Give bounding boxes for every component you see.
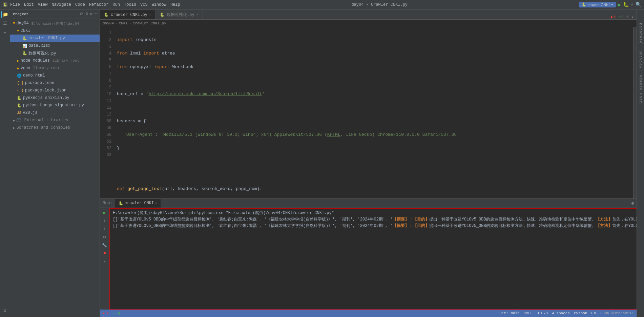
tree-scratches[interactable]: ▶ Scratches and Consoles [10, 124, 100, 131]
folder-closed-icon-3: ▶ [13, 118, 15, 123]
menu-tools[interactable]: Tools [124, 2, 136, 7]
tree-external-libs[interactable]: ▶ External Libraries [10, 117, 100, 124]
close-panel-icon[interactable]: — [95, 12, 97, 17]
excel-file-icon: 📊 [22, 44, 27, 48]
breadcrumb-day04[interactable]: day04 [103, 21, 114, 25]
folder-closed-icon: ▶ [17, 59, 19, 63]
tree-data-xlsx[interactable]: 📊 data.xlsx [10, 42, 100, 49]
search-everywhere-button[interactable]: 🔍 [636, 2, 641, 7]
sidebar-favorites-icon[interactable]: ★ [1, 28, 9, 36]
tree-cnki-folder[interactable]: ▼ CNKI [10, 27, 100, 35]
status-sdncsdn: CSDN @Stara0511 [600, 311, 634, 315]
menu-navigate[interactable]: Navigate [51, 2, 71, 7]
menu-run[interactable]: Run [112, 2, 120, 7]
tree-pyexecjs[interactable]: 🐍 pyexecjs shixian.py [10, 94, 100, 102]
coverage-button[interactable]: ⚡ [631, 2, 633, 7]
tree-node-modules[interactable]: ▶ node_modules library root [10, 57, 100, 64]
tab-crawler-cnki-label: crawler CNKI.py [111, 13, 147, 17]
run-play-icon[interactable]: ▶ [101, 209, 108, 216]
tab-close-1[interactable]: ✕ [149, 13, 151, 17]
chevron-down-icon-2[interactable]: ∨ [631, 14, 634, 19]
window-controls[interactable]: 🐍 [3, 2, 7, 7]
run-tab[interactable]: 🐍 crawler CNKI ✕ [115, 199, 161, 208]
run-wrench-icon[interactable]: 🔧 [101, 242, 108, 249]
tree-package-json[interactable]: { } package.json [10, 79, 100, 87]
status-indent[interactable]: 4 spaces [552, 311, 570, 315]
status-warning[interactable]: ▲ 6 [103, 311, 109, 315]
run-scroll-up-icon[interactable]: ↑ [101, 226, 108, 232]
menu-file[interactable]: File [10, 2, 20, 7]
status-ok[interactable]: ✓ 9 [113, 311, 120, 316]
run-label: Run: [103, 201, 112, 206]
run-tab-close[interactable]: ✕ [155, 201, 157, 205]
status-git[interactable]: Git: main [499, 311, 519, 315]
code-content[interactable]: import requests from lxml import etree f… [114, 27, 633, 198]
breadcrumb-file[interactable]: crawler CNKI.py [133, 21, 166, 25]
chevron-up-icon[interactable]: ∧ [626, 14, 629, 19]
tree-package-lock[interactable]: { } package-lock.json [10, 87, 100, 94]
project-panel: Project ⟳ ≡ ⚙ — ▼ day04 E:\crawler(爬虫)\d… [10, 9, 100, 317]
file-tree: ▼ day04 E:\crawler(爬虫)\day04 ▼ CNKI 🐍 cr… [10, 19, 100, 317]
editor-tabs: 🐍 crawler CNKI.py ✕ 🐍 数据可视化.py ✕ ▲6 ✓9 ∧… [100, 9, 637, 20]
run-settings[interactable]: ⚙ [631, 201, 634, 206]
svg-rect-0 [17, 119, 21, 122]
console-line-1: E:\crawler(爬虫)\day04\venv\Scripts\python… [113, 210, 637, 216]
run-button[interactable]: ▶ [618, 1, 621, 8]
collapse-icon[interactable]: ≡ [85, 12, 88, 17]
run-stop-icon[interactable]: ■ [101, 250, 108, 257]
right-tool-remote-host[interactable]: Remote Host [639, 75, 643, 104]
tree-demo-html[interactable]: 🌐 demo.html [10, 72, 100, 79]
run-close-icon[interactable]: ✕ [101, 258, 108, 265]
tree-shuju-label: 数据可视化.py [28, 50, 56, 56]
menu-refactor[interactable]: Refactor [89, 2, 109, 7]
menu-edit[interactable]: Edit [24, 2, 34, 7]
error-badge: ▲6 [610, 15, 616, 19]
code-line-10 [117, 158, 630, 165]
sidebar-project-icon[interactable]: 📁 [1, 11, 9, 18]
run-config-button[interactable]: 🐍 crawler CNKI ▾ [579, 2, 616, 7]
tab-shuju[interactable]: 🐍 数据可视化.py ✕ [156, 10, 203, 19]
tree-v20js[interactable]: JS v20.js [10, 109, 100, 117]
left-sidebar-icons: 📁 ☰ ★ ⚙ [0, 9, 10, 317]
tree-python-huoqu[interactable]: 🐍 python huoqu signature.py [10, 102, 100, 109]
right-tool-sciview[interactable]: SciView [639, 50, 643, 68]
code-line-3: from openpyxl import Workbook [117, 64, 630, 70]
tree-shuju[interactable]: 🐍 数据可视化.py [10, 49, 100, 57]
window-title: day04 - Crawler CNKI.py [183, 2, 576, 7]
tree-package-lock-label: package-lock.json [25, 88, 66, 93]
run-filter-icon[interactable]: ⊟ [101, 234, 108, 240]
code-line-5: base_url = 'http://search.cnki.com.cn/Se… [117, 91, 630, 98]
status-python[interactable]: Python 3.9 [574, 311, 596, 315]
menu-code[interactable]: Code [75, 2, 85, 7]
menu-vcs[interactable]: VCS [140, 2, 148, 7]
warning-badge: ✓9 [618, 15, 623, 19]
settings-icon-run[interactable]: ⚙ [631, 201, 634, 206]
menu-bar[interactable]: File Edit View Navigate Code Refactor Ru… [10, 2, 180, 7]
breadcrumb-cnki[interactable]: CNKI [119, 21, 128, 25]
tab-close-2[interactable]: ✕ [196, 13, 199, 17]
tree-venv[interactable]: ▶ venv library root [10, 64, 100, 72]
code-editor[interactable]: 1 2 3 4 5 6 7 8 9 10 11 12 13 58 [100, 27, 633, 198]
tab-shuju-label: 数据可视化.py [167, 12, 194, 18]
run-scroll-down-icon[interactable]: ↓ [101, 217, 108, 224]
sync-icon[interactable]: ⟳ [80, 12, 83, 17]
dropdown-icon: ▾ [611, 2, 613, 7]
debug-button[interactable]: 🐛 [623, 2, 629, 7]
menu-window[interactable]: Window [152, 2, 166, 7]
sidebar-bottom-icon[interactable]: ⚙ [1, 307, 9, 314]
sidebar-structure-icon[interactable]: ☰ [1, 20, 9, 27]
editor-scrollbar[interactable] [633, 27, 637, 198]
menu-view[interactable]: View [38, 2, 48, 7]
right-tool-database[interactable]: Database [639, 23, 643, 44]
tree-root-day04[interactable]: ▼ day04 E:\crawler(爬虫)\day04 [10, 20, 100, 27]
console-line-2: [['基于改进YOLOv5_OBB的中华绒螯蟹旋转目标检测', '袁红春;白宝来… [113, 216, 637, 223]
status-line-ending[interactable]: CRLF [524, 311, 533, 315]
console-output[interactable]: E:\crawler(爬虫)\day04\venv\Scripts\python… [109, 208, 637, 310]
status-encoding[interactable]: UTF-8 [537, 311, 548, 315]
tree-crawler-cnki[interactable]: 🐍 crawler CNKI.py [10, 35, 100, 42]
settings-icon[interactable]: ⚙ [90, 12, 92, 17]
toolbar-right: 🐍 crawler CNKI ▾ ▶ 🐛 ⚡ 🔍 [579, 1, 641, 8]
tab-crawler-cnki[interactable]: 🐍 crawler CNKI.py ✕ [100, 10, 156, 19]
json-lock-icon: { } [17, 88, 24, 92]
menu-help[interactable]: Help [170, 2, 180, 7]
